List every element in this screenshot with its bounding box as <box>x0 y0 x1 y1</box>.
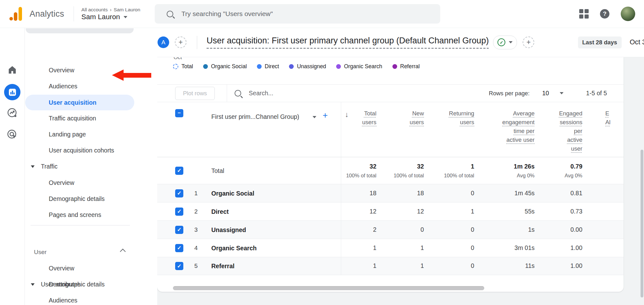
reports-icon[interactable] <box>4 84 20 100</box>
sidebar-item-user-acquisition[interactable]: User acquisition <box>25 95 134 110</box>
table-row: ✓ 4 Organic Search 1 1 0 3m 01s 1.00 <box>157 239 624 257</box>
row-checkbox[interactable]: ✓ <box>175 208 183 216</box>
report-title[interactable]: User acquisition: First user primary cha… <box>207 36 489 49</box>
help-icon[interactable]: ? <box>600 9 609 19</box>
totals-cell-returning-users: 1 100% of total <box>424 157 474 184</box>
vertical-scrollbar[interactable] <box>641 150 643 297</box>
home-icon[interactable] <box>7 65 17 75</box>
diagnostics-grid-icon[interactable] <box>579 9 589 19</box>
search-placeholder: Try searching "Users overview" <box>181 10 273 18</box>
date-range-chip[interactable]: Last 28 days <box>578 36 622 48</box>
annotation-arrow <box>112 69 151 81</box>
sidebar-group-traffic[interactable]: Traffic <box>25 158 157 175</box>
totals-cell-avg-engagement: 1m 26s Avg 0% <box>474 157 535 184</box>
row-rank: 2 <box>194 208 198 215</box>
sidebar-item-user-audiences[interactable]: Audiences <box>25 292 157 305</box>
totals-cell-total-users: 32 100% of total <box>341 157 376 184</box>
legend-dot-icon <box>336 64 341 69</box>
sidebar-item-pages-and-screens[interactable]: Pages and screens <box>25 207 157 223</box>
legend-dot-icon <box>289 64 294 69</box>
advertising-icon[interactable] <box>7 129 18 140</box>
check-circle-icon: ✓ <box>497 38 505 46</box>
customize-report-button[interactable]: + <box>523 36 534 48</box>
totals-cell-new-users: 32 100% of total <box>376 157 424 184</box>
sidebar-item-traffic-acquisition[interactable]: Traffic acquisition <box>25 110 157 126</box>
column-header-returning-users[interactable]: Returning users <box>424 102 474 157</box>
sidebar-item-traffic-overview[interactable]: Overview <box>25 175 157 191</box>
totals-cell-engaged-sessions: 0.79 Avg 0% <box>535 157 582 184</box>
totals-label: Total <box>211 167 224 174</box>
date-range-dates[interactable]: Oct 3 <box>630 38 644 46</box>
sort-descending-icon[interactable]: ↓ <box>345 110 349 119</box>
row-checkbox[interactable]: ✓ <box>175 244 183 252</box>
breadcrumb-separator-icon: › <box>110 7 111 12</box>
report-card: Oct Total Organic Social Direct Unassi <box>157 57 624 292</box>
report-header: A + User acquisition: First user primary… <box>157 28 644 57</box>
legend-item-organic-social: Organic Social <box>203 63 247 70</box>
sidebar-section-user[interactable]: User <box>25 244 157 260</box>
select-all-checkbox[interactable]: − <box>175 109 183 117</box>
row-channel[interactable]: Referral <box>211 263 235 270</box>
sidebar-clipped-item <box>26 28 134 33</box>
legend-item-direct: Direct <box>257 63 279 70</box>
rows-per-page-select[interactable]: 10 <box>542 90 549 97</box>
add-comparison-button[interactable]: + <box>175 36 186 48</box>
column-header-avg-engagement-time[interactable]: Average engagement time per active user <box>474 102 535 157</box>
legend-item-unassigned: Unassigned <box>289 63 326 70</box>
column-header-engaged-sessions[interactable]: Engaged sessions per active user <box>535 102 582 157</box>
search-icon <box>167 11 173 17</box>
chevron-down-icon[interactable] <box>560 92 564 94</box>
table-totals-row: ✓ Total 32 100% of total 32 100% of tota… <box>157 157 624 184</box>
global-search-input[interactable]: Try searching "Users overview" <box>155 4 440 24</box>
row-checkbox[interactable]: ✓ <box>175 167 183 175</box>
row-checkbox[interactable]: ✓ <box>175 226 183 234</box>
legend-dot-dashed-icon <box>173 64 178 69</box>
column-header-new-users[interactable]: New users <box>376 102 424 157</box>
sidebar-item-user-overview[interactable]: Overview <box>25 260 157 276</box>
sidebar-item-landing-page[interactable]: Landing page <box>25 126 157 142</box>
sidebar-item-demographic-details[interactable]: Demographic details <box>25 191 157 207</box>
user-avatar[interactable] <box>621 7 635 21</box>
chevron-down-icon <box>509 41 513 43</box>
chart-legend: Total Organic Social Direct Unassigned O… <box>173 61 420 71</box>
breadcrumb: All accounts › Sam Lauron <box>81 7 140 12</box>
table-row: ✓ 5 Referral 1 1 0 11s 1.00 <box>157 257 624 275</box>
chevron-down-icon <box>124 16 127 18</box>
row-channel[interactable]: Unassigned <box>211 226 246 233</box>
row-channel[interactable]: Organic Social <box>211 190 254 197</box>
header-divider <box>197 36 197 49</box>
row-checkbox[interactable]: ✓ <box>175 189 183 197</box>
chevron-down-icon[interactable] <box>313 116 316 118</box>
plot-rows-button[interactable]: Plot rows <box>175 87 215 100</box>
dimension-header[interactable]: First user prim...Channel Group) <box>211 113 299 120</box>
table-row: ✓ 1 Organic Social 18 18 0 1m 45s 0.81 <box>157 184 624 202</box>
table-search-input[interactable]: Search... <box>249 90 273 97</box>
rows-per-page-label: Rows per page: <box>489 90 530 97</box>
app-bar-actions: ? <box>579 0 635 28</box>
account-switcher[interactable]: All accounts › Sam Lauron Sam Lauron <box>81 7 140 21</box>
report-status-button[interactable]: ✓ <box>493 36 517 49</box>
row-channel[interactable]: Direct <box>211 208 229 215</box>
comparison-badge[interactable]: A <box>158 36 169 48</box>
sidebar-item-user-acquisition-cohorts[interactable]: User acquisition cohorts <box>25 142 157 158</box>
chevron-up-icon <box>120 248 125 254</box>
column-header-clipped[interactable]: E Al <box>582 102 624 157</box>
legend-item-referral: Referral <box>392 63 420 70</box>
horizontal-scrollbar[interactable] <box>173 286 484 290</box>
table-toolbar: Plot rows Search... Rows per page: 10 1-… <box>157 84 624 102</box>
add-dimension-icon[interactable]: + <box>323 110 328 120</box>
row-rank: 3 <box>194 226 198 233</box>
legend-dot-icon <box>203 64 208 69</box>
row-checkbox[interactable]: ✓ <box>175 262 183 270</box>
nav-rail <box>0 28 25 305</box>
row-channel[interactable]: Organic Search <box>211 244 257 252</box>
row-rank: 1 <box>194 190 198 197</box>
legend-dot-icon <box>392 64 397 69</box>
explore-icon[interactable] <box>7 107 18 119</box>
table-row: ✓ 2 Direct 12 12 1 55s 0.73 <box>157 202 624 220</box>
pagination-range: 1-5 of 5 <box>586 90 607 97</box>
sidebar-item-user-demographic-details[interactable]: Demographic details <box>25 276 157 292</box>
brand-title: Analytics <box>30 9 64 19</box>
analytics-logo-icon[interactable] <box>9 7 22 21</box>
app-bar-divider <box>74 6 74 21</box>
